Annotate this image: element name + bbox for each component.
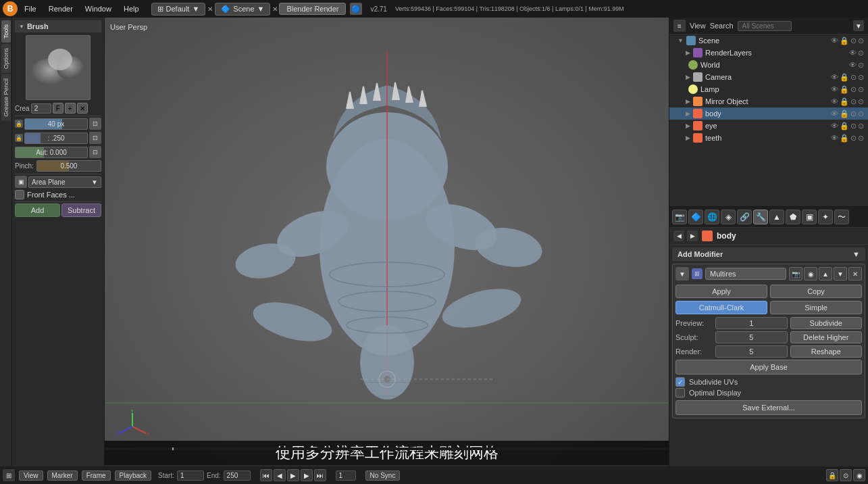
- f-button[interactable]: F: [53, 103, 63, 114]
- outliner-body[interactable]: ▶ body 👁 🔒 ⊙ ⊙: [669, 107, 868, 120]
- pinch-field[interactable]: 0.500: [36, 160, 101, 172]
- prop-tab-render[interactable]: 📷: [672, 210, 687, 224]
- outliner-lamp[interactable]: Lamp 👁 🔒 ⊙ ⊙: [669, 83, 868, 95]
- viewport[interactable]: User Persp: [105, 18, 669, 484]
- tab-grease-pencil[interactable]: Grease Pencil: [1, 74, 11, 121]
- prop-back-btn[interactable]: ◀: [673, 231, 684, 241]
- outliner-camera[interactable]: ▶ Camera 👁 🔒 ⊙ ⊙: [669, 71, 868, 83]
- outliner-world[interactable]: World 👁 ⊙: [669, 59, 868, 71]
- search-btn-outliner[interactable]: Search: [710, 22, 734, 30]
- radius-lock[interactable]: 🔒: [15, 120, 23, 128]
- jump-end-btn[interactable]: ⏭: [314, 469, 326, 481]
- prop-forward-btn[interactable]: ▶: [687, 231, 698, 241]
- tab-options[interactable]: Options: [1, 44, 11, 73]
- subdivide-btn[interactable]: Subdivide: [790, 317, 863, 329]
- save-external-btn[interactable]: Save External...: [675, 400, 862, 415]
- crea-input[interactable]: [31, 103, 51, 114]
- tl-icon-1[interactable]: 🔒: [826, 469, 838, 481]
- timeline-marker-btn[interactable]: Marker: [47, 470, 78, 481]
- preview-value[interactable]: 1: [715, 317, 788, 329]
- sculpt-value[interactable]: 5: [715, 331, 788, 343]
- menu-render[interactable]: Render: [43, 3, 78, 14]
- prop-tab-modifiers[interactable]: 🔧: [753, 210, 768, 224]
- subdivide-uvs-row: ✓ Subdivide UVs: [675, 377, 862, 387]
- tl-icon-3[interactable]: ◉: [853, 469, 865, 481]
- menu-file[interactable]: File: [19, 3, 42, 14]
- modifier-down-icon[interactable]: ▼: [834, 267, 847, 281]
- play-btn[interactable]: ▶: [287, 469, 299, 481]
- strength-extra[interactable]: ⊡: [89, 132, 101, 144]
- prop-tab-constraints[interactable]: 🔗: [737, 210, 752, 224]
- start-frame-input[interactable]: [177, 470, 204, 481]
- outliner-search[interactable]: [738, 21, 792, 31]
- radius-field[interactable]: 40 px: [24, 118, 88, 130]
- next-frame-btn[interactable]: ▶: [301, 469, 313, 481]
- modifier-delete-icon[interactable]: ✕: [848, 267, 862, 281]
- prev-frame-btn[interactable]: ◀: [274, 469, 286, 481]
- prop-tab-physics[interactable]: 〜: [834, 210, 849, 224]
- prop-tab-object[interactable]: ◈: [721, 210, 736, 224]
- view-btn-outliner[interactable]: View: [690, 22, 706, 30]
- svg-line-25: [132, 427, 146, 433]
- prop-tab-world[interactable]: 🌐: [705, 210, 719, 224]
- timeline-right-icons: 🔒 ⊙ ◉: [826, 469, 865, 481]
- timeline-frame-btn[interactable]: Frame: [82, 470, 111, 481]
- workspace-dropdown[interactable]: ⊞Default▼: [151, 3, 206, 16]
- timeline-view-btn[interactable]: View: [19, 470, 43, 481]
- prop-tab-texture[interactable]: ▣: [802, 210, 817, 224]
- render-value[interactable]: 5: [715, 345, 788, 358]
- subtract-button[interactable]: Subtract: [61, 203, 101, 217]
- add-button[interactable]: Add: [15, 203, 60, 217]
- outliner-mirror-object[interactable]: ▶ Mirror Object 👁 🔒 ⊙ ⊙: [669, 95, 868, 107]
- prop-tab-data[interactable]: ▲: [769, 210, 784, 224]
- menu-window[interactable]: Window: [80, 3, 117, 14]
- jump-start-btn[interactable]: ⏮: [260, 469, 272, 481]
- prop-tab-scene[interactable]: 🔷: [688, 210, 703, 224]
- timeline-frame-controls: Start: End:: [158, 470, 250, 481]
- modifier-up-icon[interactable]: ▲: [819, 267, 832, 281]
- strength-field[interactable]: : .250: [24, 132, 88, 144]
- optimal-display-checkbox[interactable]: [675, 388, 685, 397]
- catmull-clark-btn[interactable]: Catmull-Clark: [675, 301, 767, 314]
- subdivide-uvs-checkbox[interactable]: ✓: [675, 377, 685, 387]
- frame-indicator: [105, 447, 669, 450]
- modifier-camera-icon[interactable]: 📷: [789, 267, 802, 281]
- modifier-render-icon[interactable]: ◉: [804, 267, 817, 281]
- no-sync-btn[interactable]: No Sync: [365, 470, 401, 481]
- outliner-filter[interactable]: ▼: [853, 20, 864, 31]
- end-frame-input[interactable]: [224, 470, 251, 481]
- prop-tab-material[interactable]: ⬟: [786, 210, 800, 224]
- scene-dropdown[interactable]: 🔷Scene▼: [215, 3, 270, 16]
- reshape-btn[interactable]: Reshape: [790, 345, 863, 358]
- tab-tools[interactable]: Tools: [1, 20, 11, 43]
- modifier-toggle[interactable]: ▼: [675, 267, 689, 281]
- strength-lock[interactable]: 🔒: [15, 134, 23, 142]
- tl-icon-2[interactable]: ⊙: [840, 469, 852, 481]
- timeline-playback-btn[interactable]: Playback: [115, 470, 152, 481]
- delete-higher-btn[interactable]: Delete Higher: [790, 331, 863, 343]
- outliner-teeth[interactable]: ▶ teeth 👁 🔒 ⊙ ⊙: [669, 132, 868, 144]
- simple-btn[interactable]: Simple: [770, 301, 862, 314]
- copy-btn[interactable]: Copy: [770, 285, 862, 298]
- engine-dropdown[interactable]: Blender Render: [279, 3, 346, 15]
- auto-field[interactable]: Aut: 0.000: [15, 147, 88, 158]
- modifier-type-dropdown[interactable]: Multires: [705, 268, 786, 280]
- auto-extra[interactable]: ⊡: [89, 146, 101, 158]
- remove-icon-btn[interactable]: ✕: [77, 103, 88, 114]
- menu-help[interactable]: Help: [118, 3, 145, 14]
- apply-base-container: Apply Base: [675, 360, 862, 374]
- apply-btn[interactable]: Apply: [675, 285, 767, 298]
- radius-extra[interactable]: ⊡: [89, 118, 101, 130]
- outliner-scene[interactable]: ▼ Scene 👁 🔒 ⊙ ⊙: [669, 34, 868, 47]
- add-modifier-btn[interactable]: Add Modifier ▼: [672, 247, 865, 261]
- front-faces-checkbox[interactable]: [15, 190, 24, 199]
- apply-base-btn[interactable]: Apply Base: [675, 360, 862, 374]
- outliner-renderlayers[interactable]: ▶ RenderLayers 👁 ⊙: [669, 47, 868, 59]
- app-stats: Verts:599436 | Faces:599104 | Tris:11982…: [395, 5, 624, 12]
- prop-tab-particles[interactable]: ✦: [818, 210, 833, 224]
- add-icon-btn[interactable]: +: [65, 103, 76, 114]
- prop-object-name: body: [717, 231, 736, 241]
- plane-dropdown[interactable]: Area Plane ▼: [28, 176, 101, 188]
- outliner-eye[interactable]: ▶ eye 👁 🔒 ⊙ ⊙: [669, 120, 868, 132]
- current-frame-input[interactable]: [336, 470, 356, 481]
